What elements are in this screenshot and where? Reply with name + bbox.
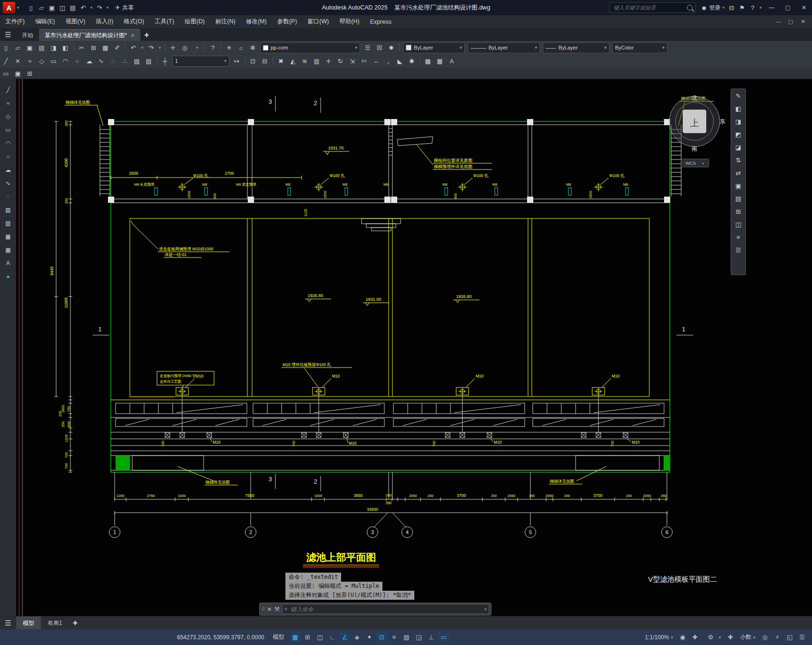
scale-tool-icon[interactable]: ⇲ [347,56,358,66]
object-snap-tracking-icon[interactable]: ✦ [364,632,375,643]
linetype-caret-icon[interactable]: ▾ [535,45,537,50]
pan-icon[interactable]: ✛ [167,43,178,53]
layer-on-icon[interactable]: ☀ [224,43,235,53]
lineweight-display-icon[interactable]: ≡ [389,632,400,643]
isodraft-icon[interactable]: ◈ [352,632,363,643]
move-updown-icon[interactable]: ⇅ [733,155,744,165]
drawing-svg[interactable]: 钢梯详见筑图 钢梯详见筑图 1931.70 梯俭间位置详见废图 梯梯预埋件详见筑… [16,79,812,616]
edit-hatch-icon[interactable]: ▣ [12,69,23,79]
ortho-toggle-icon[interactable]: ∟ [327,632,338,643]
command-bar-close-icon[interactable]: ✕ [267,606,272,613]
model-space-label[interactable]: 模型 [273,633,284,641]
auto-scale-icon[interactable]: ✚ [689,632,701,643]
layer-state-checkbox[interactable] [263,45,268,50]
annotation-scale-dropdown[interactable]: 1:1/100% ▾ [642,632,676,643]
draw-order-front-icon[interactable]: ◧ [733,104,744,114]
color-caret-icon[interactable]: ▾ [460,45,462,50]
minimize-button[interactable]: — [763,0,780,15]
help-circle-icon[interactable]: ? [207,43,218,53]
redo-icon[interactable]: ↷ [94,2,105,13]
draw-order-back-icon[interactable]: ◨ [733,117,744,127]
measure-icon[interactable]: ┼ [159,56,170,66]
column-box-icon[interactable]: ◫ [733,219,744,229]
workspace-switching[interactable]: ⚙ ▾ [701,632,724,643]
redo-list-caret-icon[interactable]: ▾ [157,42,163,53]
panel-menu-icon[interactable]: ☰ [733,245,744,255]
doc-tab-close-icon[interactable]: ✕ [131,33,135,38]
menu-file[interactable]: 文件(F) [0,15,30,28]
menu-format[interactable]: 格式(O) [118,15,149,28]
hatch-icon[interactable]: ▨ [131,56,142,66]
login-label[interactable]: 登录 [709,4,721,12]
selection-cycling-icon[interactable]: ◲ [413,632,425,643]
rectangle-icon[interactable]: ▭ [48,56,59,66]
edit-pencil-icon[interactable]: ✎ [733,91,744,101]
qnew-icon[interactable]: ▯ [26,2,36,13]
undo-icon[interactable]: ↶ [78,2,88,13]
move-icon[interactable]: ✛ [323,56,334,66]
rectangle-tool-icon[interactable]: ▭ [3,125,14,135]
infer-constraints-icon[interactable]: ◫ [314,632,326,643]
doc-close-icon[interactable]: ✕ [797,19,809,25]
point-style-icon[interactable]: ● [3,271,14,281]
scale-caret-icon[interactable]: ▾ [224,59,226,63]
spline-icon[interactable]: ∿ [96,56,107,66]
clean-screen-icon[interactable]: ◱ [784,632,795,643]
layer-properties-icon[interactable]: ☰ [362,43,373,53]
open-icon[interactable]: ▱ [36,2,47,13]
command-bar-grip[interactable]: ⠿ [262,606,264,612]
customize-status-icon[interactable]: ☰ [796,632,808,643]
save-icon[interactable]: ▣ [47,2,57,13]
cell-box-icon[interactable]: ⊞ [733,207,744,217]
region-icon[interactable]: ▩ [422,56,433,66]
swap-icon[interactable]: ⇄ [733,168,744,178]
menu-express[interactable]: Express [365,15,397,28]
gradient-icon[interactable]: ▧ [143,56,154,66]
autocad-logo[interactable]: A [3,2,15,13]
table-tool-icon[interactable]: ▦ [3,245,14,255]
qat-customize-caret-icon[interactable]: ▾ [105,2,110,13]
menu-modify[interactable]: 修改(M) [241,15,272,28]
plot-icon[interactable]: ▤ [68,2,78,13]
menu-window[interactable]: 窗口(W) [302,15,334,28]
logo-caret-icon[interactable]: ▾ [15,2,21,13]
polyline-icon[interactable]: ≈ [24,56,35,66]
ellipse-icon[interactable]: ◌ [108,56,118,66]
store-cart-icon[interactable]: ⊟ [726,2,737,13]
isolate-objects-icon[interactable]: ◎ [759,632,771,643]
zoom-icon[interactable]: ◎ [179,43,190,53]
tab-model[interactable]: 模型 [16,616,41,630]
plotstyle-dropdown[interactable]: ByColor ▾ [612,42,667,53]
layer-thaw-icon[interactable]: ☼ [235,43,246,53]
layer-caret-icon[interactable]: ▾ [355,45,357,50]
saveas-icon[interactable]: ◫ [57,2,68,13]
arc-tool-icon[interactable]: ◠ [3,138,14,148]
tab-document[interactable]: 某市污水处理厂滤池结构设计图* ✕ [39,29,140,41]
polar-tracking-icon[interactable]: ∠ [339,632,351,643]
snap-toggle-icon[interactable]: ⊞ [302,632,313,643]
close-button[interactable]: ✕ [796,0,812,15]
viewcube-compass[interactable]: 上 北 南 西 东 [664,95,725,152]
insert-block-icon[interactable]: ⊡ [247,56,258,66]
polygon-tool-icon[interactable]: ◇ [3,111,14,121]
trim-icon[interactable]: ✄ [359,56,370,66]
annotation-monitor-icon[interactable]: ✚ [724,632,736,643]
chamfer-icon[interactable]: ◣ [394,56,405,66]
menu-draw[interactable]: 绘图(D) [179,15,210,28]
layer-freeze-icon[interactable]: ✻ [247,43,258,53]
object-snap-icon[interactable]: ⊡ [376,632,388,643]
command-input[interactable] [290,605,482,613]
line-stack-icon[interactable]: ≡ [733,232,744,242]
line-icon[interactable]: ╱ [0,56,11,66]
publish-icon[interactable]: ◧ [60,43,71,53]
hatch-tool-icon[interactable]: ▨ [3,205,14,215]
dynamic-input-icon[interactable]: ▭ [438,632,450,643]
app-menu-icon[interactable]: ☰ [0,28,16,41]
menu-view[interactable]: 视图(V) [60,15,91,28]
transparency-icon[interactable]: ▨ [401,632,412,643]
mtext-icon[interactable]: A [446,56,457,66]
layer-off-icon[interactable]: ☒ [374,43,385,53]
spline-tool-icon[interactable]: ∿ [3,178,14,188]
undo-icon2[interactable]: ↶ [128,43,139,53]
copy-clip-icon[interactable]: ⊞ [88,43,99,53]
